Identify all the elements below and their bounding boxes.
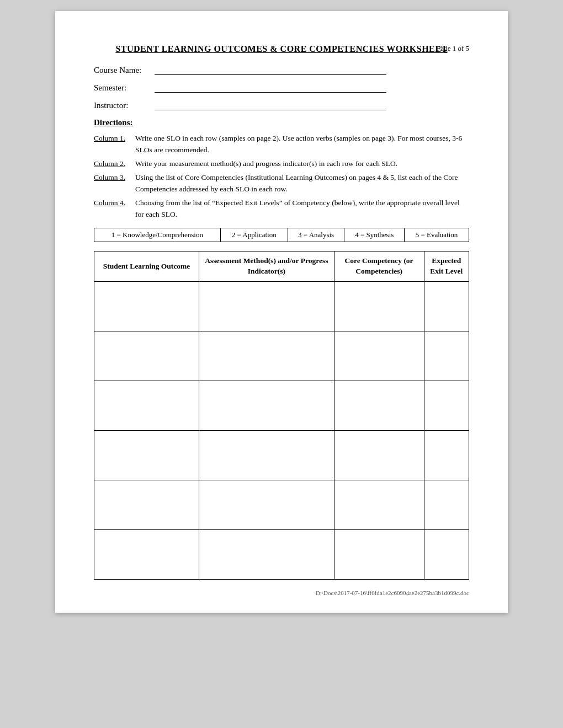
col3-text: Using the list of Core Competencies (Ins… bbox=[135, 172, 469, 195]
table-cell-5-3[interactable] bbox=[424, 530, 469, 580]
table-cell-0-0[interactable] bbox=[94, 282, 199, 331]
table-cell-0-1[interactable] bbox=[199, 282, 334, 331]
direction-row-4: Column 4. Choosing from the list of “Exp… bbox=[94, 197, 469, 221]
table-row[interactable] bbox=[94, 381, 469, 431]
table-cell-3-1[interactable] bbox=[199, 431, 334, 480]
table-cell-1-1[interactable] bbox=[199, 331, 334, 381]
col3-label: Column 3. bbox=[94, 172, 135, 184]
table-header-col3: Core Competency (or Competencies) bbox=[334, 251, 424, 282]
table-body bbox=[94, 282, 469, 580]
scale-cell-1: 1 = Knowledge/Comprehension bbox=[94, 228, 221, 242]
col4-label: Column 4. bbox=[94, 197, 135, 209]
table-cell-2-1[interactable] bbox=[199, 381, 334, 431]
table-cell-0-3[interactable] bbox=[424, 282, 469, 331]
scale-cell-3: 3 = Analysis bbox=[288, 228, 344, 242]
col4-text: Choosing from the list of “Expected Exit… bbox=[135, 197, 469, 221]
directions-title: Directions: bbox=[94, 118, 469, 127]
table-cell-1-3[interactable] bbox=[424, 331, 469, 381]
table-header-col2: Assessment Method(s) and/or Progress Ind… bbox=[199, 251, 334, 282]
col1-label: Column 1. bbox=[94, 133, 135, 144]
table-cell-3-0[interactable] bbox=[94, 431, 199, 480]
col2-label: Column 2. bbox=[94, 158, 135, 170]
table-cell-4-3[interactable] bbox=[424, 480, 469, 530]
page-number: Page 1 of 5 bbox=[437, 44, 469, 53]
table-cell-0-2[interactable] bbox=[334, 282, 424, 331]
scale-cell-4: 4 = Synthesis bbox=[344, 228, 405, 242]
table-cell-2-3[interactable] bbox=[424, 381, 469, 431]
directions-list: Column 1. Write one SLO in each row (sam… bbox=[94, 133, 469, 220]
form-section: Course Name: Semester: Instructor: bbox=[94, 65, 469, 110]
page-container: STUDENT LEARNING OUTCOMES & CORE COMPETE… bbox=[55, 11, 508, 613]
semester-label: Semester: bbox=[94, 83, 155, 93]
table-row[interactable] bbox=[94, 480, 469, 530]
semester-field[interactable] bbox=[155, 83, 386, 93]
direction-row-1: Column 1. Write one SLO in each row (sam… bbox=[94, 133, 469, 156]
page-title: STUDENT LEARNING OUTCOMES & CORE COMPETE… bbox=[94, 44, 469, 54]
scale-cell-2: 2 = Application bbox=[220, 228, 288, 242]
table-header-col1: Student Learning Outcome bbox=[94, 251, 199, 282]
main-table: Student Learning Outcome Assessment Meth… bbox=[94, 251, 469, 580]
instructor-label: Instructor: bbox=[94, 101, 155, 110]
col1-text: Write one SLO in each row (samples on pa… bbox=[135, 133, 469, 156]
table-cell-1-2[interactable] bbox=[334, 331, 424, 381]
footer-path: D:\Docs\2017-07-16\ff0fda1e2c60904ae2e27… bbox=[316, 590, 469, 596]
direction-row-2: Column 2. Write your measurement method(… bbox=[94, 158, 469, 170]
course-name-field[interactable] bbox=[155, 65, 386, 75]
table-cell-3-3[interactable] bbox=[424, 431, 469, 480]
table-row[interactable] bbox=[94, 331, 469, 381]
col2-text: Write your measurement method(s) and pro… bbox=[135, 158, 469, 170]
table-cell-4-2[interactable] bbox=[334, 480, 424, 530]
table-row[interactable] bbox=[94, 530, 469, 580]
semester-row: Semester: bbox=[94, 83, 469, 93]
table-cell-2-2[interactable] bbox=[334, 381, 424, 431]
scale-table: 1 = Knowledge/Comprehension 2 = Applicat… bbox=[94, 228, 469, 242]
instructor-field[interactable] bbox=[155, 100, 386, 110]
table-cell-3-2[interactable] bbox=[334, 431, 424, 480]
table-cell-4-1[interactable] bbox=[199, 480, 334, 530]
direction-row-3: Column 3. Using the list of Core Compete… bbox=[94, 172, 469, 195]
table-header-col4: Expected Exit Level bbox=[424, 251, 469, 282]
table-row[interactable] bbox=[94, 431, 469, 480]
table-cell-5-2[interactable] bbox=[334, 530, 424, 580]
instructor-row: Instructor: bbox=[94, 100, 469, 110]
course-name-row: Course Name: bbox=[94, 65, 469, 75]
table-header-row: Student Learning Outcome Assessment Meth… bbox=[94, 251, 469, 282]
scale-cell-5: 5 = Evaluation bbox=[405, 228, 469, 242]
table-cell-4-0[interactable] bbox=[94, 480, 199, 530]
course-name-label: Course Name: bbox=[94, 66, 155, 75]
table-cell-5-0[interactable] bbox=[94, 530, 199, 580]
table-cell-5-1[interactable] bbox=[199, 530, 334, 580]
table-row[interactable] bbox=[94, 282, 469, 331]
table-cell-1-0[interactable] bbox=[94, 331, 199, 381]
table-cell-2-0[interactable] bbox=[94, 381, 199, 431]
